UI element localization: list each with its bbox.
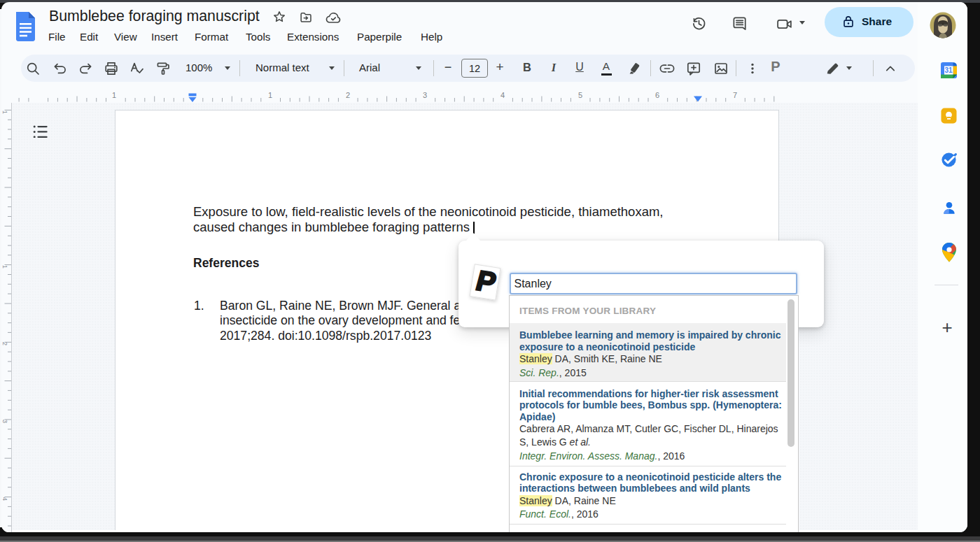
svg-text:31: 31 xyxy=(944,66,953,74)
